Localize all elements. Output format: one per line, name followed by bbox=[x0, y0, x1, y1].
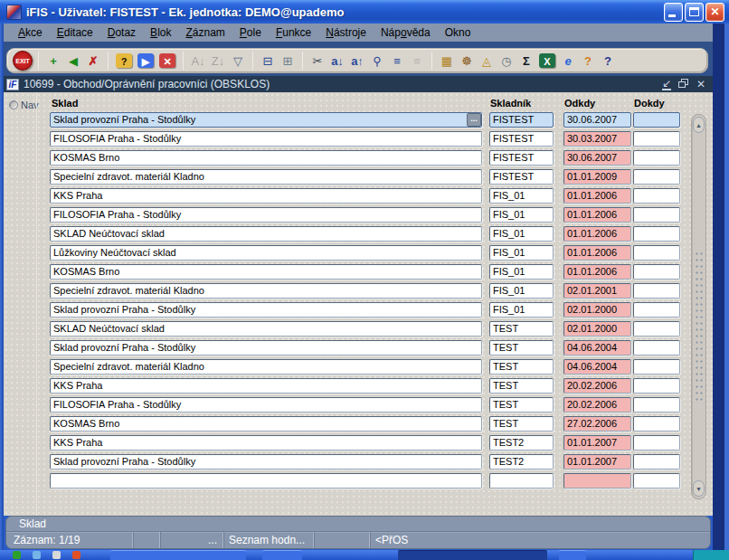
cell-odkdy[interactable]: 30.03.2007 bbox=[563, 131, 631, 147]
menu-napoveda[interactable]: Nápověda bbox=[374, 24, 438, 41]
cell-skladnik[interactable]: FIS_01 bbox=[489, 188, 554, 204]
cancel-query-icon[interactable]: ✕ bbox=[159, 53, 175, 68]
cell-dokdy[interactable] bbox=[633, 340, 680, 356]
cell-skladnik[interactable]: FIS_01 bbox=[489, 226, 554, 242]
cut-icon[interactable]: ✂ bbox=[308, 52, 327, 70]
cell-sklad[interactable] bbox=[50, 473, 482, 489]
taskbar-quicklaunch-icon[interactable] bbox=[72, 551, 80, 559]
list-block-icon[interactable]: ≡ bbox=[388, 52, 406, 70]
filter-icon[interactable]: ▽ bbox=[229, 52, 247, 70]
insert-record-icon[interactable]: + bbox=[44, 52, 62, 70]
cell-dokdy[interactable] bbox=[633, 169, 680, 185]
sum-icon[interactable]: Σ bbox=[517, 52, 535, 70]
form-minimize-icon[interactable]: ↙ bbox=[662, 78, 671, 90]
cell-sklad[interactable]: FILOSOFIA Praha - Stodůlky bbox=[50, 131, 482, 147]
taskbar-window-button-active[interactable] bbox=[398, 550, 547, 560]
cell-dokdy[interactable] bbox=[633, 454, 680, 470]
excel-export-icon[interactable]: X bbox=[539, 53, 555, 68]
print-icon[interactable]: ⊟ bbox=[259, 52, 277, 70]
lov-button[interactable]: ... bbox=[467, 113, 481, 127]
cell-odkdy[interactable]: 01.01.2006 bbox=[563, 226, 631, 242]
cell-odkdy[interactable]: 04.06.2004 bbox=[563, 359, 631, 375]
cell-sklad[interactable]: SKLAD Neúčtovací sklad bbox=[50, 321, 482, 337]
form-close-icon[interactable]: ✕ bbox=[696, 77, 705, 91]
cell-skladnik[interactable]: TEST bbox=[489, 416, 554, 432]
maximize-button[interactable] bbox=[685, 3, 704, 22]
menu-editace[interactable]: Editace bbox=[50, 24, 100, 41]
cell-dokdy[interactable] bbox=[633, 283, 680, 299]
help-icon[interactable]: ? bbox=[599, 52, 617, 70]
cell-sklad[interactable]: Specielní zdravot. materiál Kladno bbox=[50, 283, 482, 299]
cell-dokdy[interactable] bbox=[633, 188, 680, 204]
cell-odkdy[interactable]: 02.01.2001 bbox=[563, 283, 631, 299]
cell-odkdy[interactable]: 30.06.2007 bbox=[563, 150, 631, 166]
cell-skladnik[interactable]: FIS_01 bbox=[489, 245, 554, 261]
cell-skladnik[interactable]: TEST bbox=[489, 321, 554, 337]
nav-radio-icon[interactable] bbox=[9, 100, 18, 109]
cell-dokdy[interactable] bbox=[633, 226, 680, 242]
cell-sklad[interactable]: SKLAD Neúčtovací sklad bbox=[50, 226, 482, 242]
cell-sklad[interactable]: KOSMAS Brno bbox=[50, 264, 482, 280]
print-setup-icon[interactable]: ⊞ bbox=[279, 52, 297, 70]
cell-sklad[interactable]: Specielní zdravot. materiál Kladno bbox=[50, 169, 482, 185]
enter-query-icon[interactable]: ? bbox=[116, 53, 132, 68]
cell-dokdy[interactable] bbox=[633, 302, 680, 318]
cell-skladnik[interactable]: FIS_01 bbox=[489, 283, 554, 299]
cell-sklad[interactable]: KKS Praha bbox=[50, 435, 482, 451]
cell-sklad[interactable]: Lůžkoviny Neúčtovací sklad bbox=[50, 245, 482, 261]
menu-pole[interactable]: Pole bbox=[232, 24, 269, 41]
cell-sklad[interactable]: Sklad provozní Praha - Stodůlky bbox=[50, 302, 482, 318]
cell-odkdy[interactable]: 01.01.2006 bbox=[563, 245, 631, 261]
taskbar-quicklaunch-icon[interactable] bbox=[13, 551, 21, 559]
cell-odkdy[interactable]: 02.01.2000 bbox=[563, 302, 631, 318]
cell-odkdy[interactable]: 30.06.2007 bbox=[563, 112, 631, 128]
cell-skladnik[interactable]: FISTEST bbox=[489, 112, 554, 128]
editor-icon[interactable]: ▦ bbox=[438, 52, 456, 70]
cell-dokdy[interactable] bbox=[633, 473, 680, 489]
taskbar-quicklaunch-icon[interactable] bbox=[52, 551, 61, 559]
cell-skladnik[interactable]: FISTEST bbox=[489, 150, 554, 166]
execute-query-icon[interactable]: ▶ bbox=[137, 53, 154, 68]
nav-toggle[interactable]: Nav bbox=[9, 100, 39, 110]
exit-button[interactable]: EXIT bbox=[13, 51, 33, 71]
cell-odkdy[interactable]: 02.01.2000 bbox=[563, 321, 631, 337]
cell-sklad[interactable]: KOSMAS Brno bbox=[50, 150, 482, 166]
copy-record-icon[interactable]: ◀ bbox=[64, 52, 82, 70]
menu-funkce[interactable]: Funkce bbox=[269, 24, 318, 41]
menu-akce[interactable]: Akce bbox=[11, 24, 50, 41]
calendar-clock-icon[interactable]: ◷ bbox=[497, 52, 516, 70]
cell-skladnik[interactable]: FISTEST bbox=[489, 131, 554, 147]
menu-okno[interactable]: Okno bbox=[438, 24, 478, 41]
taskbar-window-button[interactable] bbox=[110, 550, 246, 560]
navigator-helm-icon[interactable]: ☸ bbox=[458, 52, 476, 70]
menu-zaznam[interactable]: Záznam bbox=[178, 24, 232, 41]
cell-sklad[interactable]: Specielní zdravot. materiál Kladno bbox=[50, 359, 482, 375]
menu-nastroje[interactable]: Nástroje bbox=[318, 24, 374, 41]
cell-odkdy[interactable]: 04.06.2004 bbox=[563, 340, 631, 356]
cell-dokdy[interactable] bbox=[633, 359, 680, 375]
cell-skladnik[interactable]: TEST2 bbox=[489, 435, 554, 451]
menu-blok[interactable]: Blok bbox=[143, 24, 178, 41]
cell-dokdy[interactable] bbox=[633, 264, 680, 280]
scroll-down-icon[interactable]: ▼ bbox=[693, 480, 705, 497]
cell-sklad[interactable]: Sklad provozní Praha - Stodůlky bbox=[50, 112, 482, 128]
cell-sklad[interactable]: Sklad provozní Praha - Stodůlky bbox=[50, 454, 482, 470]
cell-skladnik[interactable] bbox=[489, 473, 554, 489]
cell-odkdy[interactable]: 01.01.2006 bbox=[563, 188, 631, 204]
cell-dokdy[interactable] bbox=[633, 131, 680, 147]
cell-skladnik[interactable]: FIS_01 bbox=[489, 302, 554, 318]
close-button[interactable]: ✕ bbox=[705, 3, 724, 22]
cell-dokdy[interactable] bbox=[633, 435, 680, 451]
cell-odkdy[interactable]: 01.01.2006 bbox=[563, 264, 631, 280]
cell-odkdy[interactable]: 20.02.2006 bbox=[563, 378, 631, 394]
hint-lamp-icon[interactable]: ◬ bbox=[478, 52, 496, 70]
cell-skladnik[interactable]: FIS_01 bbox=[489, 264, 554, 280]
paste-icon[interactable]: a↑ bbox=[348, 52, 366, 70]
copy-icon[interactable]: a↓ bbox=[328, 52, 346, 70]
cell-sklad[interactable]: KOSMAS Brno bbox=[50, 416, 482, 432]
taskbar-window-button[interactable] bbox=[559, 550, 586, 560]
delete-record-icon[interactable]: ✗ bbox=[84, 52, 102, 70]
cell-dokdy[interactable] bbox=[633, 321, 680, 337]
vertical-scrollbar[interactable]: ▲ ▼ bbox=[691, 114, 706, 499]
taskbar-window-button[interactable] bbox=[262, 550, 302, 560]
